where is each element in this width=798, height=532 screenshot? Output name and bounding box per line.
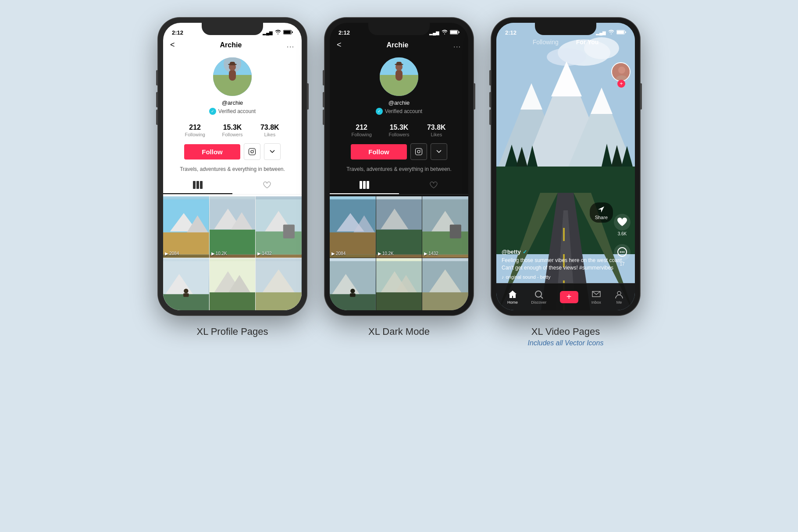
battery-icon-video xyxy=(616,28,626,36)
nav-discover[interactable]: Discover xyxy=(531,290,546,305)
label-area-dark: XL Dark Mode xyxy=(368,326,430,337)
phone-wrapper-dark: 2:12 ▂▄▆ < xyxy=(324,18,474,337)
video-cell-1[interactable]: ▶2084 xyxy=(163,196,209,258)
tab-videos-light[interactable] xyxy=(163,177,232,194)
stat-likes-label-dark: Likes xyxy=(418,132,455,137)
video-cell-dark-2[interactable]: ▶10.2K xyxy=(376,196,422,258)
stat-following-label-light: Following xyxy=(176,132,214,137)
video-cell-4[interactable] xyxy=(163,258,209,310)
share-bubble[interactable]: Share xyxy=(590,202,613,223)
like-action[interactable]: 3.6K xyxy=(614,214,631,236)
avatar-dark xyxy=(380,57,418,96)
svg-rect-1 xyxy=(284,31,291,34)
verified-text-dark: Verified account xyxy=(385,108,422,114)
video-screen: 2:12 ▂▄▆ Following xyxy=(496,23,635,310)
back-button-light[interactable]: < xyxy=(170,40,175,50)
verified-text-light: Verified account xyxy=(218,108,256,114)
label-area-video: XL Video Pages Includes all Vector Icons xyxy=(528,326,604,347)
status-bar-video: 2:12 ▂▄▆ xyxy=(496,23,635,39)
instagram-button-light[interactable] xyxy=(244,143,260,160)
svg-rect-41 xyxy=(450,31,457,34)
nav-inbox[interactable]: Inbox xyxy=(591,290,601,305)
signal-icon-dark: ▂▄▆ xyxy=(429,30,439,35)
svg-rect-27 xyxy=(283,225,295,238)
phone-screen-light: 2:12 ▂▄▆ < xyxy=(163,23,302,310)
svg-point-50 xyxy=(420,149,421,150)
video-user-plus-button[interactable]: + xyxy=(617,80,625,88)
video-cell-dark-3[interactable]: ▶1432 xyxy=(422,196,468,258)
svg-rect-39 xyxy=(256,292,302,310)
action-row-dark: Follow xyxy=(330,139,468,164)
time-dark: 2:12 xyxy=(338,29,350,36)
video-count-2: ▶10.2K xyxy=(211,251,227,256)
like-count: 3.6K xyxy=(618,231,627,236)
wifi-icon-dark xyxy=(442,28,448,36)
signal-icon-video: ▂▄▆ xyxy=(596,30,606,35)
dropdown-button-light[interactable] xyxy=(264,143,281,160)
tab-likes-light[interactable] xyxy=(232,177,302,194)
nav-home[interactable]: Home xyxy=(507,290,518,305)
share-label: Share xyxy=(595,215,608,220)
svg-point-105 xyxy=(618,67,625,74)
svg-rect-96 xyxy=(563,228,565,241)
bio-text-dark: Travels, adventures & everything in betw… xyxy=(330,164,468,177)
video-grid-light: ▶2084 ▶10.2K xyxy=(163,196,302,310)
back-button-dark[interactable]: < xyxy=(337,40,342,50)
video-cell-dark-5[interactable] xyxy=(376,258,422,310)
instagram-button-dark[interactable] xyxy=(410,143,427,160)
video-cell-dark-4[interactable] xyxy=(330,258,376,310)
nav-plus[interactable]: + xyxy=(560,291,578,303)
svg-rect-64 xyxy=(450,225,461,238)
verified-badge-light: ✓ xyxy=(209,108,216,115)
video-cell-6[interactable] xyxy=(256,258,302,310)
dropdown-button-dark[interactable] xyxy=(431,143,447,160)
phone-wrapper-video: 2:12 ▂▄▆ Following xyxy=(491,18,640,347)
more-button-light[interactable]: ... xyxy=(287,42,295,49)
svg-point-49 xyxy=(417,150,420,153)
svg-rect-32 xyxy=(183,293,189,297)
video-cell-2[interactable]: ▶10.2K xyxy=(210,196,256,258)
svg-rect-13 xyxy=(193,181,196,189)
svg-rect-36 xyxy=(210,292,256,310)
stat-followers-number-light: 15.3K xyxy=(214,124,251,131)
phone-label-dark: XL Dark Mode xyxy=(368,326,430,337)
tab-videos-dark[interactable] xyxy=(330,177,399,194)
video-count-3: ▶1432 xyxy=(257,251,271,256)
svg-point-12 xyxy=(253,149,254,150)
more-button-dark[interactable]: ... xyxy=(453,42,461,49)
svg-line-112 xyxy=(541,296,543,298)
svg-rect-44 xyxy=(395,70,403,81)
video-cell-dark-1[interactable]: ▶2084 xyxy=(330,196,376,258)
phone-sublabel-video: Includes all Vector Icons xyxy=(528,339,604,347)
username-title-light: Archie xyxy=(220,41,242,49)
video-cell-3[interactable]: ▶1432 xyxy=(256,196,302,258)
tab-likes-dark[interactable] xyxy=(399,177,468,194)
handle-light: @archie xyxy=(222,99,243,106)
tab-following[interactable]: Following xyxy=(533,39,559,46)
video-description: Feeling those summer vibes here on the w… xyxy=(502,257,630,272)
handle-dark: @archie xyxy=(388,99,410,106)
stat-following-number-light: 212 xyxy=(176,124,214,131)
profile-header-light: < Archie ... xyxy=(163,39,302,53)
video-grid-dark: ▶2084 ▶10.2K xyxy=(330,196,468,310)
svg-rect-14 xyxy=(196,181,199,189)
notch-light xyxy=(202,23,263,35)
verified-badge-dark: ✓ xyxy=(376,108,383,115)
video-username: @betty ✓ xyxy=(502,248,630,255)
svg-rect-15 xyxy=(200,181,203,189)
follow-button-dark[interactable]: Follow xyxy=(351,144,407,160)
stat-following-dark: 212 Following xyxy=(343,124,380,137)
svg-point-11 xyxy=(251,150,253,153)
bio-text-light: Travels, adventures & everything in betw… xyxy=(163,164,302,177)
signal-icon-light: ▂▄▆ xyxy=(263,30,273,35)
video-cell-dark-6[interactable] xyxy=(422,258,468,310)
plus-button[interactable]: + xyxy=(560,291,578,303)
nav-me[interactable]: Me xyxy=(614,290,624,305)
follow-button-light[interactable]: Follow xyxy=(184,144,240,160)
status-icons-video: ▂▄▆ xyxy=(596,28,626,36)
tab-for-you[interactable]: For You xyxy=(576,39,599,46)
avatar-light xyxy=(213,57,252,96)
svg-rect-52 xyxy=(363,181,366,189)
video-cell-5[interactable] xyxy=(210,258,256,310)
video-count-dark-3: ▶1432 xyxy=(424,251,438,256)
